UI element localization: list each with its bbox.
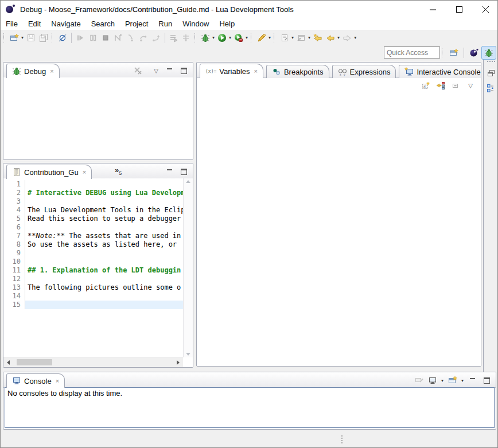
view-menu-button[interactable]: ▽ <box>150 65 162 76</box>
profile-button[interactable] <box>232 32 245 44</box>
run-dropdown[interactable]: ▾ <box>229 35 231 40</box>
editor-line[interactable]: 12 <box>3 275 183 283</box>
save-button[interactable] <box>25 32 37 44</box>
open-console-dropdown[interactable]: ▾ <box>461 378 464 383</box>
menu-edit[interactable]: Edit <box>23 18 46 29</box>
menu-help[interactable]: Help <box>214 18 240 29</box>
run-button[interactable] <box>216 32 228 44</box>
sash-grip[interactable] <box>341 435 343 443</box>
tab-interactive-console[interactable]: Interactive Console <box>399 65 481 78</box>
code-line[interactable]: Read this section to setup a debugger <box>25 215 183 223</box>
maximize-view-button[interactable] <box>178 65 189 76</box>
editor-vertical-scrollbar[interactable] <box>183 178 193 357</box>
toolbar-grip[interactable] <box>442 48 445 57</box>
outline-view-button[interactable] <box>485 83 497 94</box>
code-line[interactable]: # Interactive DEBUG using Lua Developm <box>25 189 183 197</box>
code-line[interactable] <box>25 275 183 283</box>
pencil-document-button[interactable] <box>278 32 291 44</box>
show-type-names-button[interactable]: K <box>420 80 431 91</box>
import-window-dropdown[interactable]: ▾ <box>308 35 310 40</box>
step-into-button[interactable] <box>124 32 137 44</box>
toolbar-grip[interactable] <box>194 33 197 42</box>
code-line[interactable] <box>25 292 183 301</box>
tab-expressions[interactable]: xy Expressions <box>332 65 396 78</box>
current-line[interactable] <box>25 301 183 309</box>
tab-debug[interactable]: Debug × <box>6 64 60 78</box>
debug-button[interactable] <box>199 32 212 44</box>
editor-line[interactable]: 4The Lua Development Tools in the Eclip <box>3 206 183 215</box>
editor-text-area[interactable]: 12# Interactive DEBUG using Lua Developm… <box>3 178 183 357</box>
lua-perspective-button[interactable] <box>466 46 481 60</box>
back-dropdown[interactable]: ▾ <box>337 35 340 40</box>
restore-view-button[interactable] <box>485 68 497 79</box>
use-step-filters-button[interactable] <box>168 32 180 44</box>
quick-access-input[interactable] <box>384 46 440 59</box>
save-all-button[interactable] <box>37 32 50 44</box>
last-edit-location-button[interactable] <box>312 32 324 44</box>
scroll-up-arrow[interactable] <box>186 180 190 183</box>
disconnect-button[interactable] <box>112 32 124 44</box>
editor-line[interactable]: 3 <box>3 197 183 206</box>
forward-dropdown[interactable]: ▾ <box>354 35 356 40</box>
external-tools-dropdown[interactable]: ▾ <box>269 35 271 40</box>
drop-to-frame-button[interactable] <box>180 32 193 44</box>
variables-view-content[interactable] <box>197 92 481 366</box>
scroll-left-arrow[interactable] <box>7 360 10 365</box>
display-selected-console-button[interactable] <box>427 375 438 385</box>
trim-drag-handle[interactable] <box>487 61 495 65</box>
editor-line[interactable]: 13The following pictures outline some o <box>3 283 183 292</box>
show-logical-structures-button[interactable] <box>435 80 446 91</box>
menu-file[interactable]: File <box>1 18 23 29</box>
code-line[interactable]: The Lua Development Tools in the Eclip <box>25 206 183 215</box>
code-line[interactable] <box>25 197 183 206</box>
open-console-button[interactable] <box>447 375 458 385</box>
code-line[interactable]: ## 1. Explanation of the LDT debuggin <box>25 266 183 275</box>
minimize-view-button[interactable] <box>467 375 478 385</box>
code-line[interactable] <box>25 223 183 232</box>
menu-run[interactable]: Run <box>153 18 177 29</box>
window-maximize-button[interactable] <box>446 1 472 18</box>
editor-line[interactable]: 8So use the assets as listed here, or <box>3 240 183 249</box>
collapse-all-button[interactable] <box>450 80 461 91</box>
step-return-button[interactable] <box>150 32 162 44</box>
code-line[interactable]: **Note:** The assets that are used in <box>25 232 183 240</box>
editor-horizontal-scrollbar[interactable] <box>3 357 183 367</box>
debug-perspective-button[interactable] <box>481 46 496 60</box>
close-icon[interactable]: × <box>83 169 86 176</box>
pin-console-button[interactable] <box>413 375 425 385</box>
scroll-down-arrow[interactable] <box>186 353 190 356</box>
tab-variables[interactable]: (x)= Variables × <box>200 64 263 78</box>
view-menu-button[interactable]: ▽ <box>465 80 476 91</box>
code-line[interactable]: The following pictures outline some o <box>25 283 183 292</box>
menu-project[interactable]: Project <box>120 18 153 29</box>
close-icon[interactable]: × <box>254 68 258 75</box>
maximize-view-button[interactable] <box>481 375 492 385</box>
editor-line[interactable]: 11## 1. Explanation of the LDT debuggin <box>3 266 183 275</box>
console-content[interactable]: No consoles to display at this time. <box>5 387 495 428</box>
suspend-button[interactable] <box>87 32 99 44</box>
close-icon[interactable]: × <box>50 68 53 75</box>
code-line[interactable]: So use the assets as listed here, or <box>25 240 183 249</box>
step-over-button[interactable] <box>137 32 150 44</box>
skip-all-breakpoints-button[interactable] <box>56 32 69 44</box>
profile-dropdown[interactable]: ▾ <box>246 35 248 40</box>
more-editors-button[interactable]: »5 <box>115 166 122 176</box>
menu-window[interactable]: Window <box>177 18 214 29</box>
editor-line[interactable]: 7**Note:** The assets that are used in <box>3 232 183 240</box>
terminate-button[interactable] <box>99 32 112 44</box>
new-wizard-button[interactable] <box>8 32 21 44</box>
back-button[interactable] <box>324 32 337 44</box>
editor-line[interactable]: 15 <box>3 301 183 309</box>
toolbar-grip[interactable] <box>251 33 254 42</box>
editor-line[interactable]: 2# Interactive DEBUG using Lua Developm <box>3 189 183 197</box>
toolbar-grip[interactable] <box>52 33 55 42</box>
new-wizard-dropdown[interactable]: ▾ <box>21 35 24 40</box>
editor-line[interactable]: 5Read this section to setup a debugger <box>3 215 183 223</box>
editor-line[interactable]: 9 <box>3 249 183 258</box>
code-line[interactable] <box>25 258 183 266</box>
pencil-document-dropdown[interactable]: ▾ <box>291 35 294 40</box>
resume-button[interactable] <box>74 32 87 44</box>
open-perspective-button[interactable] <box>446 46 461 60</box>
toolbar-grip[interactable] <box>3 33 6 42</box>
tab-console[interactable]: Console × <box>6 373 65 388</box>
